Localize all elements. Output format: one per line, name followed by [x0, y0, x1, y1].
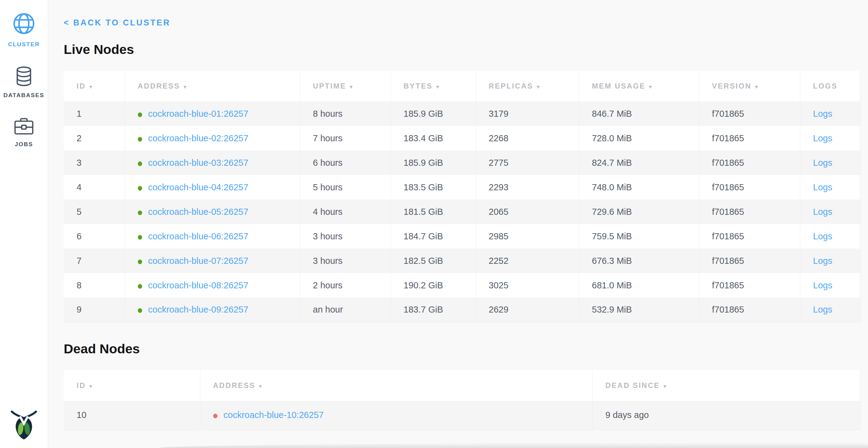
cell-text: f701865 — [712, 109, 744, 119]
column-header-logs: LOGS — [800, 71, 860, 101]
cell-mem_usage: 759.5 MiB — [579, 224, 699, 248]
address-link[interactable]: cockroach-blue-04:26257 — [148, 182, 248, 192]
address-link[interactable]: cockroach-blue-08:26257 — [148, 280, 248, 290]
logs-link[interactable]: Logs — [813, 280, 833, 290]
cell-replicas: 2268 — [476, 126, 579, 150]
cell-address: cockroach-blue-08:26257 — [125, 273, 300, 298]
logs-link[interactable]: Logs — [813, 133, 833, 143]
address-link[interactable]: cockroach-blue-03:26257 — [148, 158, 248, 168]
cell-version: f701865 — [699, 126, 800, 150]
address-link[interactable]: cockroach-blue-06:26257 — [148, 231, 248, 241]
cell-text: 6 hours — [313, 158, 343, 168]
cell-mem_usage: 748.0 MiB — [579, 175, 699, 200]
sort-arrow-icon: ▾ — [89, 383, 93, 389]
column-header-mem_usage[interactable]: MEM USAGE▾ — [579, 71, 699, 101]
sidebar-item-databases[interactable]: DATABASES — [3, 66, 44, 99]
column-header-address[interactable]: ADDRESS▾ — [125, 71, 300, 101]
column-header-bytes[interactable]: BYTES▾ — [391, 71, 476, 101]
cell-bytes: 190.2 GiB — [391, 273, 476, 298]
cell-address: cockroach-blue-07:26257 — [125, 248, 300, 273]
cell-replicas: 3179 — [476, 101, 579, 126]
sidebar-item-jobs[interactable]: JOBS — [14, 117, 34, 148]
cell-text: 2775 — [489, 158, 509, 168]
cell-text: 2 — [76, 133, 82, 143]
column-header-version[interactable]: VERSION▾ — [699, 71, 800, 101]
column-header-dead_since[interactable]: DEAD SINCE▾ — [592, 370, 860, 401]
cell-bytes: 182.5 GiB — [391, 248, 476, 273]
cell-bytes: 181.5 GiB — [391, 200, 476, 224]
database-icon — [15, 66, 33, 88]
table-row: 3cockroach-blue-03:262576 hours185.9 GiB… — [64, 150, 860, 175]
cell-id: 9 — [64, 298, 125, 322]
column-header-id[interactable]: ID▾ — [64, 370, 200, 401]
logs-link[interactable]: Logs — [813, 158, 833, 168]
live-status-dot-icon — [138, 211, 142, 215]
cell-id: 7 — [64, 248, 125, 273]
table-row: 10cockroach-blue-10:262579 days ago — [64, 401, 860, 430]
address-link[interactable]: cockroach-blue-07:26257 — [148, 256, 248, 266]
address-link[interactable]: cockroach-blue-05:26257 — [148, 207, 248, 217]
table-row: 4cockroach-blue-04:262575 hours183.5 GiB… — [64, 175, 860, 200]
logs-link[interactable]: Logs — [813, 109, 833, 119]
cell-mem_usage: 681.0 MiB — [579, 273, 699, 298]
cell-text: 7 hours — [313, 133, 343, 143]
cell-uptime: 2 hours — [300, 273, 391, 298]
sort-arrow-icon: ▾ — [755, 84, 759, 90]
address-link[interactable]: cockroach-blue-09:26257 — [148, 305, 248, 315]
column-header-replicas[interactable]: REPLICAS▾ — [476, 71, 579, 101]
cell-version: f701865 — [699, 273, 800, 298]
column-header-address[interactable]: ADDRESS▾ — [200, 370, 592, 401]
cell-text: 759.5 MiB — [592, 231, 632, 241]
logs-link[interactable]: Logs — [813, 207, 833, 217]
cell-text: 4 hours — [313, 207, 343, 217]
cell-uptime: 7 hours — [300, 126, 391, 150]
cell-logs: Logs — [800, 175, 860, 200]
logs-link[interactable]: Logs — [813, 256, 833, 266]
cell-text: 4 — [76, 182, 82, 192]
cell-text: 676.3 MiB — [592, 256, 632, 266]
cell-text: 183.4 GiB — [404, 133, 443, 143]
cell-text: 5 — [76, 207, 82, 217]
table-header-row: ID▾ADDRESS▾DEAD SINCE▾ — [64, 370, 860, 401]
sidebar-item-cluster[interactable]: CLUSTER — [8, 12, 40, 48]
logs-link[interactable]: Logs — [813, 305, 833, 315]
back-to-cluster-link[interactable]: < BACK TO CLUSTER — [64, 18, 170, 28]
address-link[interactable]: cockroach-blue-02:26257 — [148, 133, 248, 143]
cell-id: 8 — [64, 273, 125, 298]
logs-link[interactable]: Logs — [813, 182, 833, 192]
cell-text: 2252 — [489, 256, 509, 266]
live-status-dot-icon — [138, 235, 142, 240]
cell-text: 185.9 GiB — [404, 109, 443, 119]
column-header-uptime[interactable]: UPTIME▾ — [300, 71, 391, 101]
column-header-label: MEM USAGE — [592, 82, 646, 90]
table-row: 5cockroach-blue-05:262574 hours181.5 GiB… — [64, 200, 860, 224]
table-row: 9cockroach-blue-09:26257an hour183.7 GiB… — [64, 298, 860, 322]
address-link[interactable]: cockroach-blue-10:26257 — [224, 410, 324, 420]
sort-arrow-icon: ▾ — [350, 84, 353, 90]
column-header-id[interactable]: ID▾ — [64, 71, 125, 101]
cell-logs: Logs — [800, 150, 860, 175]
cell-text: 1 — [76, 109, 82, 119]
cockroachdb-logo[interactable] — [10, 408, 38, 442]
address-link[interactable]: cockroach-blue-01:26257 — [148, 109, 248, 119]
cell-text: 182.5 GiB — [404, 256, 443, 266]
logs-link[interactable]: Logs — [813, 231, 833, 241]
dead-nodes-title: Dead Nodes — [64, 341, 860, 356]
cell-text: 9 — [76, 305, 82, 315]
column-header-label: BYTES — [404, 82, 433, 90]
cell-id: 3 — [64, 150, 125, 175]
cell-address: cockroach-blue-06:26257 — [125, 224, 300, 248]
cell-logs: Logs — [800, 273, 860, 298]
cell-uptime: 6 hours — [300, 150, 391, 175]
cell-text: f701865 — [712, 182, 744, 192]
cell-text: 184.7 GiB — [404, 231, 443, 241]
cell-dead_since: 9 days ago — [592, 401, 860, 430]
cell-uptime: 3 hours — [300, 224, 391, 248]
cell-address: cockroach-blue-02:26257 — [125, 126, 300, 150]
cell-logs: Logs — [800, 248, 860, 273]
table-row: 8cockroach-blue-08:262572 hours190.2 GiB… — [64, 273, 860, 298]
table-row: 7cockroach-blue-07:262573 hours182.5 GiB… — [64, 248, 860, 273]
cell-text: 10 — [76, 410, 86, 420]
cell-replicas: 2985 — [476, 224, 579, 248]
cell-bytes: 183.5 GiB — [391, 175, 476, 200]
